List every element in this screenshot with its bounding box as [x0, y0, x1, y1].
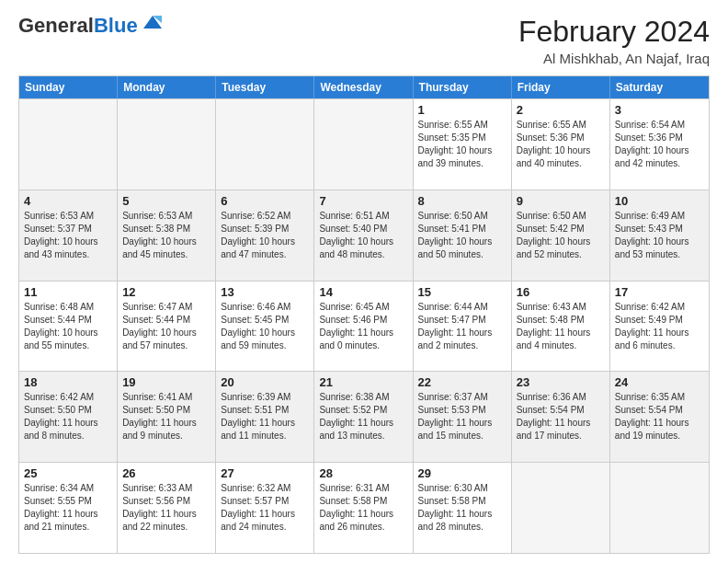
- day-info: Sunrise: 6:33 AMSunset: 5:56 PMDaylight:…: [122, 482, 210, 534]
- day-info: Sunrise: 6:48 AMSunset: 5:44 PMDaylight:…: [24, 301, 112, 352]
- day-cell-7: 7Sunrise: 6:51 AMSunset: 5:40 PMDaylight…: [314, 190, 413, 281]
- day-cell-21: 21Sunrise: 6:38 AMSunset: 5:52 PMDayligh…: [314, 372, 413, 462]
- day-cell-empty-4-5: [512, 463, 610, 553]
- day-number: 6: [221, 194, 309, 208]
- day-cell-1: 1Sunrise: 6:55 AMSunset: 5:35 PMDaylight…: [414, 99, 512, 190]
- day-cell-24: 24Sunrise: 6:35 AMSunset: 5:54 PMDayligh…: [610, 372, 709, 462]
- page: GeneralBlue February 2024 Al Mishkhab, A…: [0, 0, 728, 563]
- day-info: Sunrise: 6:50 AMSunset: 5:41 PMDaylight:…: [418, 210, 506, 261]
- day-cell-4: 4Sunrise: 6:53 AMSunset: 5:37 PMDaylight…: [19, 190, 118, 281]
- day-cell-18: 18Sunrise: 6:42 AMSunset: 5:50 PMDayligh…: [19, 372, 118, 462]
- day-number: 1: [418, 103, 506, 117]
- day-cell-6: 6Sunrise: 6:52 AMSunset: 5:39 PMDaylight…: [216, 190, 314, 281]
- day-number: 28: [319, 466, 407, 480]
- logo-text: GeneralBlue: [18, 15, 138, 37]
- day-cell-19: 19Sunrise: 6:41 AMSunset: 5:50 PMDayligh…: [118, 372, 216, 462]
- weekday-header-thursday: Thursday: [414, 76, 512, 98]
- logo: GeneralBlue: [18, 15, 165, 37]
- day-number: 25: [24, 466, 112, 480]
- day-cell-10: 10Sunrise: 6:49 AMSunset: 5:43 PMDayligh…: [610, 190, 709, 281]
- calendar-row-1: 1Sunrise: 6:55 AMSunset: 5:35 PMDaylight…: [19, 98, 709, 190]
- day-cell-29: 29Sunrise: 6:30 AMSunset: 5:58 PMDayligh…: [414, 463, 512, 553]
- day-number: 8: [418, 194, 506, 208]
- day-info: Sunrise: 6:45 AMSunset: 5:46 PMDaylight:…: [319, 301, 407, 352]
- day-cell-5: 5Sunrise: 6:53 AMSunset: 5:38 PMDaylight…: [118, 190, 216, 281]
- day-info: Sunrise: 6:34 AMSunset: 5:55 PMDaylight:…: [24, 482, 112, 534]
- day-cell-empty-0-0: [19, 99, 118, 190]
- weekday-header-tuesday: Tuesday: [216, 76, 314, 98]
- day-cell-empty-4-6: [610, 463, 709, 553]
- day-cell-14: 14Sunrise: 6:45 AMSunset: 5:46 PMDayligh…: [314, 282, 413, 372]
- day-cell-empty-0-3: [314, 99, 413, 190]
- day-number: 20: [221, 375, 309, 389]
- day-info: Sunrise: 6:44 AMSunset: 5:47 PMDaylight:…: [418, 301, 506, 352]
- day-info: Sunrise: 6:32 AMSunset: 5:57 PMDaylight:…: [221, 482, 309, 534]
- calendar-row-2: 4Sunrise: 6:53 AMSunset: 5:37 PMDaylight…: [19, 190, 709, 281]
- day-info: Sunrise: 6:49 AMSunset: 5:43 PMDaylight:…: [615, 210, 704, 261]
- day-cell-25: 25Sunrise: 6:34 AMSunset: 5:55 PMDayligh…: [19, 463, 118, 553]
- day-cell-22: 22Sunrise: 6:37 AMSunset: 5:53 PMDayligh…: [414, 372, 512, 462]
- weekday-header-friday: Friday: [512, 76, 610, 98]
- day-number: 12: [122, 285, 210, 299]
- day-number: 24: [615, 375, 704, 389]
- weekday-header-saturday: Saturday: [610, 76, 709, 98]
- calendar-row-3: 11Sunrise: 6:48 AMSunset: 5:44 PMDayligh…: [19, 281, 709, 372]
- calendar-body: 1Sunrise: 6:55 AMSunset: 5:35 PMDaylight…: [19, 98, 709, 553]
- day-cell-8: 8Sunrise: 6:50 AMSunset: 5:41 PMDaylight…: [414, 190, 512, 281]
- month-title: February 2024: [518, 15, 710, 49]
- day-number: 4: [24, 194, 112, 208]
- day-info: Sunrise: 6:41 AMSunset: 5:50 PMDaylight:…: [122, 391, 210, 442]
- day-info: Sunrise: 6:31 AMSunset: 5:58 PMDaylight:…: [319, 482, 407, 534]
- title-section: February 2024 Al Mishkhab, An Najaf, Ira…: [518, 15, 710, 66]
- calendar: SundayMondayTuesdayWednesdayThursdayFrid…: [18, 75, 710, 554]
- day-info: Sunrise: 6:51 AMSunset: 5:40 PMDaylight:…: [319, 210, 407, 261]
- calendar-row-4: 18Sunrise: 6:42 AMSunset: 5:50 PMDayligh…: [19, 371, 709, 462]
- day-info: Sunrise: 6:53 AMSunset: 5:37 PMDaylight:…: [24, 210, 112, 261]
- day-cell-empty-0-1: [118, 99, 216, 190]
- day-number: 15: [418, 285, 506, 299]
- day-number: 27: [221, 466, 309, 480]
- day-number: 29: [418, 466, 506, 480]
- day-info: Sunrise: 6:42 AMSunset: 5:50 PMDaylight:…: [24, 391, 112, 442]
- day-info: Sunrise: 6:35 AMSunset: 5:54 PMDaylight:…: [615, 391, 704, 442]
- day-cell-3: 3Sunrise: 6:54 AMSunset: 5:36 PMDaylight…: [610, 99, 709, 190]
- weekday-header-wednesday: Wednesday: [314, 76, 413, 98]
- day-info: Sunrise: 6:38 AMSunset: 5:52 PMDaylight:…: [319, 391, 407, 442]
- day-info: Sunrise: 6:54 AMSunset: 5:36 PMDaylight:…: [615, 119, 704, 170]
- day-number: 14: [319, 285, 407, 299]
- day-cell-27: 27Sunrise: 6:32 AMSunset: 5:57 PMDayligh…: [216, 463, 314, 553]
- header: GeneralBlue February 2024 Al Mishkhab, A…: [18, 15, 710, 66]
- day-number: 2: [517, 103, 605, 117]
- calendar-row-5: 25Sunrise: 6:34 AMSunset: 5:55 PMDayligh…: [19, 462, 709, 553]
- weekday-header-sunday: Sunday: [19, 76, 118, 98]
- day-info: Sunrise: 6:37 AMSunset: 5:53 PMDaylight:…: [418, 391, 506, 442]
- day-number: 7: [319, 194, 407, 208]
- day-number: 26: [122, 466, 210, 480]
- calendar-header: SundayMondayTuesdayWednesdayThursdayFrid…: [19, 76, 709, 98]
- day-cell-11: 11Sunrise: 6:48 AMSunset: 5:44 PMDayligh…: [19, 282, 118, 372]
- day-info: Sunrise: 6:36 AMSunset: 5:54 PMDaylight:…: [517, 391, 605, 442]
- day-cell-17: 17Sunrise: 6:42 AMSunset: 5:49 PMDayligh…: [610, 282, 709, 372]
- day-cell-13: 13Sunrise: 6:46 AMSunset: 5:45 PMDayligh…: [216, 282, 314, 372]
- day-info: Sunrise: 6:43 AMSunset: 5:48 PMDaylight:…: [517, 301, 605, 352]
- day-cell-empty-0-2: [216, 99, 314, 190]
- day-info: Sunrise: 6:46 AMSunset: 5:45 PMDaylight:…: [221, 301, 309, 352]
- logo-icon: [140, 12, 165, 32]
- day-info: Sunrise: 6:53 AMSunset: 5:38 PMDaylight:…: [122, 210, 210, 261]
- day-info: Sunrise: 6:52 AMSunset: 5:39 PMDaylight:…: [221, 210, 309, 261]
- day-number: 21: [319, 375, 407, 389]
- day-cell-12: 12Sunrise: 6:47 AMSunset: 5:44 PMDayligh…: [118, 282, 216, 372]
- day-number: 10: [615, 194, 704, 208]
- day-number: 23: [517, 375, 605, 389]
- day-cell-15: 15Sunrise: 6:44 AMSunset: 5:47 PMDayligh…: [414, 282, 512, 372]
- day-info: Sunrise: 6:30 AMSunset: 5:58 PMDaylight:…: [418, 482, 506, 534]
- day-info: Sunrise: 6:50 AMSunset: 5:42 PMDaylight:…: [517, 210, 605, 261]
- day-number: 22: [418, 375, 506, 389]
- day-cell-23: 23Sunrise: 6:36 AMSunset: 5:54 PMDayligh…: [512, 372, 610, 462]
- day-cell-20: 20Sunrise: 6:39 AMSunset: 5:51 PMDayligh…: [216, 372, 314, 462]
- day-info: Sunrise: 6:42 AMSunset: 5:49 PMDaylight:…: [615, 301, 704, 352]
- day-number: 19: [122, 375, 210, 389]
- day-info: Sunrise: 6:39 AMSunset: 5:51 PMDaylight:…: [221, 391, 309, 442]
- day-info: Sunrise: 6:55 AMSunset: 5:35 PMDaylight:…: [418, 119, 506, 170]
- day-cell-9: 9Sunrise: 6:50 AMSunset: 5:42 PMDaylight…: [512, 190, 610, 281]
